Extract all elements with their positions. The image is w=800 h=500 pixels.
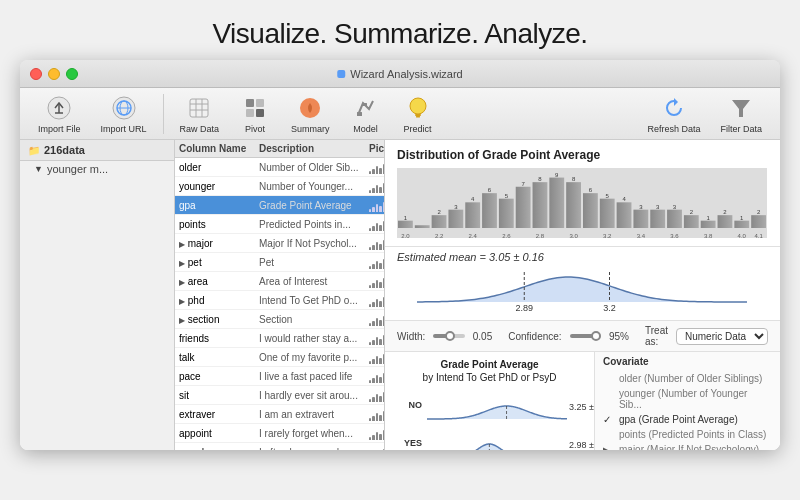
model-icon [352, 94, 380, 122]
picture-bar [369, 255, 385, 269]
svg-marker-22 [674, 98, 678, 106]
predict-button[interactable]: Predict [394, 90, 442, 138]
table-body: olderNumber of Older Sib...youngerNumber… [175, 158, 384, 450]
pivot-button[interactable]: Pivot [231, 90, 279, 138]
picture-bar [369, 160, 385, 174]
table-row[interactable]: paceI live a fast paced life [175, 367, 384, 386]
table-row[interactable]: extraverI am an extravert [175, 405, 384, 424]
svg-point-19 [410, 98, 426, 114]
table-row[interactable]: overdueI often have overdue... [175, 443, 384, 450]
raw-data-button[interactable]: Raw Data [172, 90, 228, 138]
toolbar-divider-1 [163, 94, 164, 134]
import-file-button[interactable]: Import File [30, 90, 89, 138]
table-row[interactable]: ▶ sectionSection [175, 310, 384, 329]
title-icon [337, 70, 345, 78]
covariate-item[interactable]: points (Predicted Points in Class) [603, 427, 772, 442]
folder-icon: 📁 [28, 145, 40, 156]
svg-rect-15 [256, 109, 264, 117]
dataset-label[interactable]: younger m... [47, 163, 108, 175]
picture-bar [369, 369, 385, 383]
check-icon: ✓ [603, 414, 615, 425]
confidence-slider-thumb [591, 331, 601, 341]
gpa-chart: Grade Point Average by Intend To Get PhD… [385, 352, 595, 450]
normal-curve-canvas [397, 267, 767, 312]
histogram-canvas [397, 168, 767, 238]
picture-bar [369, 445, 385, 450]
expand-icon: ▶ [179, 316, 185, 325]
distribution-section: Distribution of Grade Point Average [385, 140, 780, 247]
filter-data-button[interactable]: Filter Data [712, 90, 770, 138]
table-row[interactable]: friendsI would rather stay a... [175, 329, 384, 348]
table-row[interactable]: ▶ phdIntend To Get PhD o... [175, 291, 384, 310]
picture-bar [369, 331, 385, 345]
picture-bar [369, 407, 385, 421]
model-button[interactable]: Model [342, 90, 390, 138]
main-panel: Distribution of Grade Point Average Esti… [385, 140, 780, 450]
width-slider-thumb [445, 331, 455, 341]
distribution-title: Distribution of Grade Point Average [397, 148, 768, 162]
table-row[interactable]: talkOne of my favorite p... [175, 348, 384, 367]
refresh-icon [660, 94, 688, 122]
data-table: Column Name Description Picture olderNum… [175, 140, 385, 450]
expand-icon: ▶ [179, 259, 185, 268]
covariate-list: older (Number of Older Siblings) younger… [603, 371, 772, 450]
import-group: Import File Import URL [30, 90, 155, 138]
table-row[interactable]: gpaGrade Point Average [175, 196, 384, 215]
dataset-icon: ▼ [34, 164, 43, 174]
covariate-item[interactable]: ✓gpa (Grade Point Average) [603, 412, 772, 427]
triangle-icon: ▶ [603, 446, 615, 451]
app-window: Wizard Analysis.wizard Import File [20, 60, 780, 450]
minimize-button[interactable] [48, 68, 60, 80]
svg-rect-7 [190, 99, 208, 117]
summary-icon [296, 94, 324, 122]
table-row[interactable]: sitI hardly ever sit arou... [175, 386, 384, 405]
filter-icon [727, 94, 755, 122]
svg-rect-14 [246, 109, 254, 117]
toolbar-right: Refresh Data Filter Data [639, 90, 770, 138]
toolbar: Import File Import URL [20, 88, 780, 140]
covariate-item[interactable]: younger (Number of Younger Sib... [603, 386, 772, 412]
picture-bar [369, 274, 385, 288]
table-row[interactable]: ▶ majorMajor If Not Psychol... [175, 234, 384, 253]
table-row[interactable]: ▶ petPet [175, 253, 384, 272]
gpa-chart-canvas [397, 384, 595, 450]
picture-bar [369, 198, 385, 212]
covariate-item[interactable]: older (Number of Older Siblings) [603, 371, 772, 386]
summary-button[interactable]: Summary [283, 90, 338, 138]
svg-rect-17 [357, 112, 362, 116]
import-url-icon [110, 94, 138, 122]
sidebar-header: 📁 216data [20, 140, 174, 161]
maximize-button[interactable] [66, 68, 78, 80]
title-bar: Wizard Analysis.wizard [20, 60, 780, 88]
refresh-data-button[interactable]: Refresh Data [639, 90, 708, 138]
svg-rect-20 [415, 114, 421, 116]
expand-icon: ▶ [179, 297, 185, 306]
width-slider[interactable] [433, 334, 464, 338]
controls-bar: Width: 0.05 Confidence: 95% Treat as: Nu… [385, 321, 780, 352]
table-row[interactable]: youngerNumber of Younger... [175, 177, 384, 196]
covariate-item[interactable]: ▶major (Major If Not Psychology) [603, 442, 772, 450]
traffic-lights [30, 68, 78, 80]
table-row[interactable]: ▶ areaArea of Interest [175, 272, 384, 291]
picture-bar [369, 236, 385, 250]
table-row[interactable]: pointsPredicted Points in... [175, 215, 384, 234]
svg-rect-18 [363, 103, 367, 106]
picture-bar [369, 293, 385, 307]
bottom-section: Grade Point Average by Intend To Get PhD… [385, 352, 780, 450]
mean-label: Estimated mean = 3.05 ± 0.16 [397, 251, 768, 263]
expand-icon: ▶ [179, 278, 185, 287]
covariate-panel: Covariate older (Number of Older Sibling… [595, 352, 780, 450]
treat-as-select[interactable]: Numeric Data [676, 328, 768, 345]
table-row[interactable]: olderNumber of Older Sib... [175, 158, 384, 177]
sidebar: 📁 216data ▼ younger m... [20, 140, 175, 450]
table-row[interactable]: appointI rarely forget when... [175, 424, 384, 443]
picture-bar [369, 426, 385, 440]
picture-bar [369, 217, 385, 231]
analysis-group: Raw Data Pivot [172, 90, 442, 138]
close-button[interactable] [30, 68, 42, 80]
import-url-button[interactable]: Import URL [93, 90, 155, 138]
confidence-slider[interactable] [570, 334, 601, 338]
svg-rect-13 [256, 99, 264, 107]
histogram-area [397, 168, 768, 242]
svg-rect-21 [416, 116, 420, 118]
